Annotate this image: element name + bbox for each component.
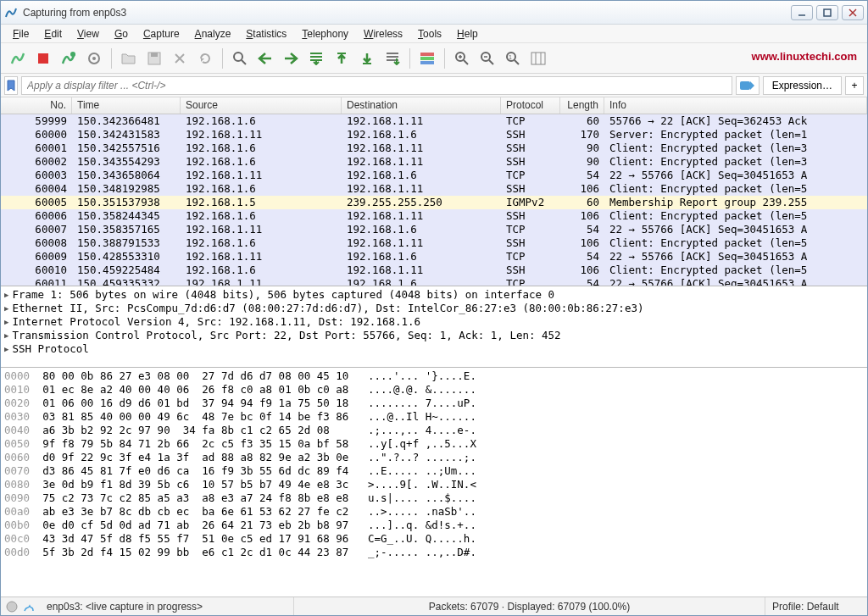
hex-row[interactable]: 00a0 ab e3 3e b7 8c db cb ec ba 6e 61 53… [4,505,864,519]
col-source[interactable]: Source [181,97,342,114]
hex-row[interactable]: 0030 03 81 85 40 00 00 49 6c 48 7e bc 0f… [4,410,864,424]
hex-row[interactable]: 0060 d0 9f 22 9c 3f e4 1a 3f ad 88 a8 82… [4,451,864,464]
svg-line-27 [515,60,519,64]
hex-row[interactable]: 0000 80 00 0b 86 27 e3 08 00 27 7d d6 d7… [4,369,864,383]
packet-row[interactable]: 60007150.358357165192.168.1.11192.168.1.… [1,223,867,236]
svg-point-33 [7,602,17,612]
hex-row[interactable]: 0090 75 c2 73 7c c2 85 a5 a3 a8 e3 a7 24… [4,491,864,505]
toolbar: 1 www.linuxtechi.com [1,43,867,74]
packet-row[interactable]: 60008150.388791533192.168.1.6192.168.1.1… [1,236,867,250]
auto-scroll-button[interactable] [381,47,404,70]
expand-icon[interactable]: ▶ [4,342,8,356]
statusbar: enp0s3: <live capture in progress> Packe… [1,597,867,615]
packet-row[interactable]: 60003150.343658064192.168.1.11192.168.1.… [1,169,867,182]
go-to-packet-button[interactable] [304,47,328,70]
expert-info-icon[interactable] [6,601,18,613]
zoom-reset-button[interactable]: 1 [501,47,525,70]
detail-tree-item[interactable]: ▶Transmission Control Protocol, Src Port… [4,329,864,342]
svg-rect-29 [531,53,545,64]
menu-statistics[interactable]: Statistics [239,26,293,42]
brand-label: www.linuxtechi.com [752,50,857,63]
col-length[interactable]: Length [560,97,604,114]
svg-point-5 [70,52,75,57]
hex-row[interactable]: 00b0 0e d0 cf 5d 0d ad 71 ab 26 64 21 73… [4,519,864,532]
open-file-button[interactable] [117,47,141,70]
capture-options-button[interactable] [82,47,106,70]
expand-icon[interactable]: ▶ [4,329,8,342]
restart-capture-button[interactable] [57,47,81,70]
hex-row[interactable]: 0040 a6 3b b2 92 2c 97 90 34 fa 8b c1 c2… [4,424,864,437]
svg-line-13 [242,60,246,64]
menu-view[interactable]: View [70,26,106,42]
detail-tree-item[interactable]: ▶SSH Protocol [4,342,864,356]
go-last-button[interactable] [355,47,379,70]
go-back-button[interactable] [253,47,277,70]
display-filter-input[interactable] [21,76,732,95]
reload-button[interactable] [193,47,217,70]
zoom-out-button[interactable] [476,47,499,70]
go-forward-button[interactable] [279,47,303,70]
col-info[interactable]: Info [604,97,867,114]
packet-list-body[interactable]: 59999150.342366481192.168.1.6192.168.1.1… [1,114,867,286]
menu-tools[interactable]: Tools [411,26,448,42]
find-packet-button[interactable] [228,47,252,70]
start-capture-button[interactable] [6,47,30,70]
col-destination[interactable]: Destination [342,97,501,114]
menu-telephony[interactable]: Telephony [295,26,355,42]
menu-file[interactable]: File [6,26,36,42]
hex-row[interactable]: 00d0 5f 3b 2d f4 15 02 99 bb e6 c1 2c d1… [4,546,864,559]
maximize-button[interactable] [816,5,838,20]
hex-row[interactable]: 0050 9f f8 79 5b 84 71 2b 66 2c c5 f3 35… [4,437,864,451]
minimize-button[interactable] [791,5,813,20]
expand-icon[interactable]: ▶ [4,315,8,329]
stop-capture-button[interactable] [31,47,55,70]
packet-bytes-pane[interactable]: 0000 80 00 0b 86 27 e3 08 00 27 7d d6 d7… [1,368,867,597]
packet-row[interactable]: 60002150.343554293192.168.1.6192.168.1.1… [1,155,867,169]
col-no[interactable]: No. [1,97,72,114]
packet-row[interactable]: 60009150.428553310192.168.1.11192.168.1.… [1,250,867,264]
colorize-button[interactable] [415,47,439,70]
resize-columns-button[interactable] [526,47,550,70]
menu-help[interactable]: Help [450,26,485,42]
add-filter-button[interactable]: + [845,76,864,95]
col-protocol[interactable]: Protocol [501,97,560,114]
packet-row[interactable]: 60000150.342431583192.168.1.11192.168.1.… [1,128,867,142]
expand-icon[interactable]: ▶ [4,302,8,315]
capture-file-properties-icon[interactable] [23,601,35,613]
menu-capture[interactable]: Capture [136,26,186,42]
menu-analyze[interactable]: Analyze [188,26,238,42]
svg-line-24 [489,60,493,64]
zoom-in-button[interactable] [450,47,474,70]
expression-button[interactable]: Expression… [763,76,842,95]
save-file-button[interactable] [142,47,166,70]
col-time[interactable]: Time [72,97,181,114]
detail-tree-item[interactable]: ▶Frame 1: 506 bytes on wire (4048 bits),… [4,288,864,302]
apply-filter-button[interactable] [736,76,760,95]
menu-wireless[interactable]: Wireless [357,26,409,42]
packet-row[interactable]: 60004150.348192985192.168.1.6192.168.1.1… [1,182,867,196]
window-title: Capturing from enp0s3 [23,7,791,19]
detail-tree-item[interactable]: ▶Ethernet II, Src: PcsCompu_7d:d6:d7 (08… [4,302,864,315]
hex-row[interactable]: 0070 d3 86 45 81 7f e0 d6 ca 16 f9 3b 55… [4,464,864,478]
hex-row[interactable]: 0080 3e 0d b9 f1 8d 39 5b c6 10 57 b5 b7… [4,478,864,491]
packet-row[interactable]: 60011150.459335332192.168.1.11192.168.1.… [1,277,867,286]
close-file-button[interactable] [168,47,192,70]
close-button[interactable] [842,5,864,20]
expand-icon[interactable]: ▶ [4,288,8,302]
go-first-button[interactable] [330,47,353,70]
menu-edit[interactable]: Edit [37,26,69,42]
packet-row[interactable]: 60010150.459225484192.168.1.6192.168.1.1… [1,264,867,277]
hex-row[interactable]: 0010 01 ec 8e a2 40 00 40 06 26 f8 c0 a8… [4,383,864,397]
packet-row[interactable]: 60001150.342557516192.168.1.6192.168.1.1… [1,142,867,155]
packet-list-header[interactable]: No. Time Source Destination Protocol Len… [1,97,867,114]
packet-row[interactable]: 60005150.351537938192.168.1.5239.255.255… [1,196,867,209]
packet-details-pane[interactable]: ▶Frame 1: 506 bytes on wire (4048 bits),… [1,286,867,368]
detail-tree-item[interactable]: ▶Internet Protocol Version 4, Src: 192.1… [4,315,864,329]
menu-go[interactable]: Go [108,26,135,42]
packet-row[interactable]: 60006150.358244345192.168.1.6192.168.1.1… [1,209,867,223]
hex-row[interactable]: 00c0 43 3d 47 5f d8 f5 55 f7 51 0e c5 ed… [4,532,864,546]
status-profile[interactable]: Profile: Default [765,597,867,615]
bookmark-filter-button[interactable] [4,76,18,95]
hex-row[interactable]: 0020 01 06 00 16 d9 d6 01 bd 37 94 94 f9… [4,397,864,410]
packet-row[interactable]: 59999150.342366481192.168.1.6192.168.1.1… [1,114,867,128]
